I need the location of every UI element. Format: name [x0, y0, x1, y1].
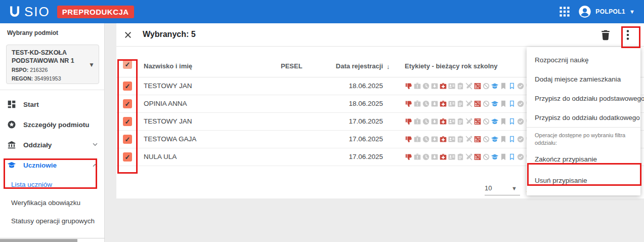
- check-circle-icon: [517, 153, 525, 161]
- inbox-arrow-icon: [431, 153, 439, 161]
- menu-item[interactable]: Zakończ przypisanie: [527, 150, 640, 169]
- column-header-pesel: PESEL: [281, 62, 303, 70]
- sidebar-item-label: Lista uczniów: [11, 181, 52, 188]
- table-off-icon: [474, 82, 482, 90]
- environment-badge: PREPRODUKCJA: [57, 6, 134, 18]
- sort-descending-icon[interactable]: ↓: [387, 63, 390, 70]
- sidebar-item[interactable]: Szczegóły podmiotu: [0, 114, 105, 135]
- menu-item[interactable]: Przypisz do oddziału podstawowego: [527, 89, 640, 108]
- sidebar-scrollbar-thumb[interactable]: [0, 239, 77, 242]
- clock-icon: [422, 82, 430, 90]
- cell-name: NULA ULA: [144, 153, 177, 160]
- thumb-down-icon: [405, 100, 413, 108]
- graduation-cap-icon: [7, 160, 16, 170]
- bookmark-outline-icon: [508, 82, 516, 90]
- entity-selector[interactable]: TEST-KD-SZKOŁA PODSTAWOWA NR 1 RSPO: 216…: [6, 45, 99, 84]
- pen-off-icon: [465, 153, 473, 161]
- kebab-menu-icon[interactable]: [622, 29, 634, 41]
- sidebar-divider: [0, 90, 105, 90]
- chevron-up-icon: [92, 162, 99, 169]
- thumb-down-icon: [405, 135, 413, 143]
- sidebar-item[interactable]: Uczniowie: [0, 155, 105, 175]
- column-header-labels: Etykiety - bieżący rok szkolny: [405, 62, 498, 70]
- clipboard-icon: [456, 135, 464, 143]
- pen-off-icon: [465, 100, 473, 108]
- entity-name: TEST-KD-SZKOŁA PODSTAWOWA NR 1: [12, 49, 89, 65]
- globe-off-icon: [482, 82, 490, 90]
- graduation-cap-icon: [491, 135, 499, 143]
- chevron-down-icon: ▼: [629, 9, 635, 15]
- label-icon-strip: [405, 117, 533, 126]
- graduation-cap-icon: [491, 117, 499, 126]
- table-off-icon: [474, 153, 482, 161]
- inbox-arrow-icon: [431, 100, 439, 108]
- globe-off-icon: [482, 153, 490, 161]
- globe-off-icon: [482, 135, 490, 143]
- column-header-name: Nazwisko i imię: [144, 62, 192, 70]
- entity-rspo: RSPO: 216326: [12, 66, 89, 73]
- cell-date: 17.06.2025: [334, 117, 383, 125]
- clock-icon: [422, 117, 430, 126]
- medkit-icon: [439, 82, 447, 90]
- clipboard-icon: [456, 100, 464, 108]
- check-circle-icon: [517, 100, 525, 108]
- medkit-icon: [439, 117, 447, 126]
- page-size-value: 10: [485, 184, 492, 192]
- sidebar-subitem[interactable]: Statusy operacji grupowych: [0, 212, 105, 230]
- bank-icon: [7, 140, 16, 149]
- person-badge-icon: [448, 153, 456, 161]
- case-exclamation-icon: [413, 117, 421, 126]
- cell-date: 18.06.2025: [334, 82, 383, 90]
- page-size-select[interactable]: 10 ▼: [485, 184, 520, 195]
- chevron-down-icon: ▼: [511, 185, 517, 191]
- medkit-icon: [439, 100, 447, 108]
- label-icon-strip: [405, 82, 533, 90]
- row-checkbox[interactable]: ✓: [123, 99, 132, 108]
- sidebar-item-label: Szczegóły podmiotu: [23, 121, 90, 129]
- check-circle-icon: [517, 135, 525, 143]
- person-badge-icon: [448, 82, 456, 90]
- bookmark-filled-icon: [499, 117, 507, 126]
- chevron-down-icon: ▼: [89, 61, 95, 68]
- menu-item[interactable]: Rozpocznij naukę: [527, 50, 640, 69]
- sidebar-item[interactable]: Oddziały: [0, 135, 105, 155]
- bookmark-filled-icon: [499, 135, 507, 143]
- graduation-cap-icon: [491, 100, 499, 108]
- inbox-arrow-icon: [431, 117, 439, 126]
- select-all-checkbox[interactable]: ✓: [123, 60, 132, 69]
- label-icon-strip: [405, 153, 533, 161]
- sio-logo[interactable]: SIO: [8, 5, 50, 18]
- row-checkbox[interactable]: ✓: [123, 152, 132, 162]
- row-checkbox[interactable]: ✓: [123, 135, 132, 144]
- medkit-icon: [439, 153, 447, 161]
- row-checkbox[interactable]: ✓: [123, 82, 132, 91]
- close-selection-icon[interactable]: [123, 30, 133, 40]
- row-checkbox[interactable]: ✓: [123, 117, 132, 126]
- sidebar-subitem[interactable]: Weryfikacja obowiązku: [0, 193, 105, 212]
- sidebar-item-label: Start: [23, 101, 39, 108]
- label-icon-strip: [405, 100, 533, 108]
- menu-item[interactable]: Dodaj miejsce zamieszkania: [527, 69, 640, 89]
- menu-item[interactable]: Usuń przypisanie: [527, 169, 640, 192]
- selected-entity-label: Wybrany podmiot: [0, 23, 104, 41]
- star-circle-icon: [7, 120, 16, 129]
- sidebar-item[interactable]: Start: [0, 94, 105, 114]
- cell-name: TESTOWY JAN: [144, 117, 192, 125]
- graduation-cap-icon: [491, 82, 499, 90]
- thumb-down-icon: [405, 153, 413, 161]
- menu-item[interactable]: Przypisz do oddziału dodatkowego: [527, 108, 640, 127]
- clipboard-icon: [456, 82, 464, 90]
- sidebar-subitem[interactable]: Lista uczniów: [0, 175, 105, 193]
- delete-icon[interactable]: [599, 29, 612, 41]
- cell-name: TESTOWY JAN: [144, 82, 192, 90]
- person-badge-icon: [448, 100, 456, 108]
- check-circle-icon: [517, 82, 525, 90]
- cell-name: TESTOWA GAJA: [144, 135, 196, 143]
- cell-date: 17.06.2025: [334, 153, 383, 160]
- apps-grid-icon[interactable]: [559, 6, 570, 17]
- bookmark-filled-icon: [499, 82, 507, 90]
- table-off-icon: [474, 135, 482, 143]
- inbox-arrow-icon: [431, 135, 439, 143]
- user-menu[interactable]: POLPOL1 ▼: [578, 5, 635, 18]
- column-header-date[interactable]: Data rejestracji: [334, 62, 383, 70]
